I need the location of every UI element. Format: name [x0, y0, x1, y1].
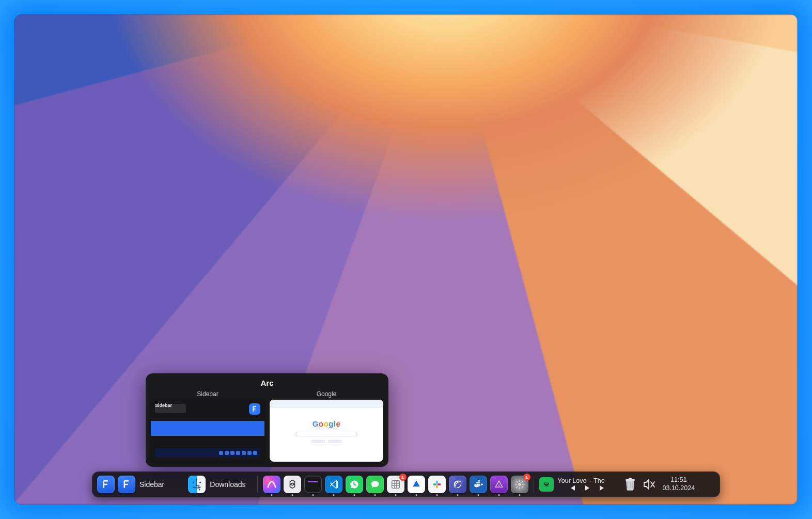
fork-icon: [408, 476, 425, 493]
svg-rect-8: [474, 484, 476, 485]
svg-rect-3: [392, 481, 399, 489]
preview-app-title: Arc: [151, 378, 383, 390]
svg-rect-13: [478, 480, 480, 482]
chatgpt-icon: [284, 476, 301, 493]
dock-item-settings[interactable]: 1: [511, 476, 528, 493]
dock-item-downloads[interactable]: Downloads: [188, 476, 252, 493]
clock-date: 03.10.2024: [663, 484, 695, 493]
dock-item-sidebar-labeled[interactable]: Sidebar: [118, 476, 170, 493]
svg-rect-6: [436, 485, 438, 489]
wallpaper: [14, 14, 798, 505]
svg-rect-12: [478, 482, 480, 483]
dock-item-arc[interactable]: [263, 476, 280, 493]
affinity-icon: [490, 476, 508, 493]
dock-item-tableplus[interactable]: 1: [387, 476, 404, 493]
dock-item-linear[interactable]: [449, 476, 466, 493]
sidebar-icon: [249, 403, 260, 415]
preview-window[interactable]: Google Google: [270, 390, 383, 462]
clock-time: 11:51: [670, 476, 686, 484]
whatsapp-icon: [346, 476, 363, 493]
badge: 1: [523, 474, 530, 481]
dock-label: Sidebar: [139, 480, 164, 489]
svg-rect-7: [437, 483, 441, 485]
dock-item-iterm[interactable]: [304, 476, 322, 493]
svg-point-14: [518, 483, 521, 486]
dock-item-slack[interactable]: [428, 476, 446, 493]
svg-rect-4: [436, 481, 438, 484]
dock-item-sidebar-app[interactable]: [97, 476, 115, 493]
preview-thumbnail: Sidebar: [151, 400, 264, 462]
trash-icon[interactable]: [624, 478, 636, 491]
volume-mute-icon[interactable]: [643, 479, 655, 490]
spotify-icon: [539, 477, 554, 492]
sidebar-app-icon: [118, 476, 135, 493]
svg-rect-10: [478, 484, 480, 485]
docker-icon: [470, 476, 487, 493]
dock-label: Downloads: [210, 480, 245, 489]
svg-rect-11: [476, 482, 478, 483]
dock-separator: [257, 476, 258, 493]
media-prev-icon[interactable]: [569, 485, 575, 492]
svg-rect-17: [629, 478, 632, 480]
arc-icon: [263, 476, 280, 493]
dock-item-whatsapp[interactable]: [346, 476, 363, 493]
preview-window[interactable]: Sidebar Sidebar: [151, 390, 264, 462]
dock-item-affinity[interactable]: [490, 476, 508, 493]
svg-rect-5: [433, 483, 436, 485]
linear-icon: [449, 476, 466, 493]
slack-icon: [428, 476, 446, 493]
preview-window-label: Google: [270, 390, 383, 400]
badge: 1: [399, 474, 407, 481]
clock[interactable]: 11:51 03.10.2024: [663, 476, 695, 492]
sidebar-app-icon: [97, 476, 115, 493]
desktop-screen: Arc Sidebar Sidebar Google: [14, 14, 798, 505]
media-play-icon[interactable]: [585, 485, 590, 492]
preview-thumbnail: Google: [270, 400, 383, 462]
dock: Sidebar Downloads: [92, 471, 720, 497]
dock-item-docker[interactable]: [470, 476, 487, 493]
vscode-icon: [325, 476, 342, 493]
dock-item-messages[interactable]: [366, 476, 384, 493]
dock-item-vscode[interactable]: [325, 476, 342, 493]
dock-item-chatgpt[interactable]: [284, 476, 301, 493]
preview-window-label: Sidebar: [151, 390, 264, 400]
svg-point-1: [193, 482, 194, 483]
media-next-icon[interactable]: [599, 485, 605, 492]
finder-icon: [188, 476, 206, 493]
window-preview-popup: Arc Sidebar Sidebar Google: [146, 373, 388, 467]
media-title: Your Love – The: [558, 477, 607, 484]
svg-rect-9: [476, 484, 478, 485]
dock-item-fork[interactable]: [408, 476, 425, 493]
media-widget[interactable]: Your Love – The: [539, 477, 617, 492]
terminal-icon: [304, 476, 322, 493]
messages-icon: [366, 476, 384, 493]
svg-point-2: [199, 482, 201, 483]
dock-separator: [534, 476, 534, 493]
